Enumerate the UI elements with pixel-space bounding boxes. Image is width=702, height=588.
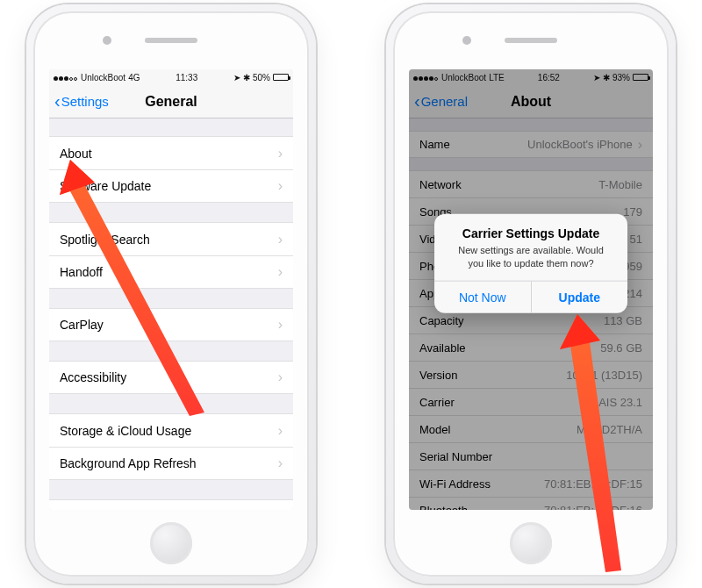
row-restrictions[interactable]: Restrictions On› <box>49 499 293 510</box>
row-serial: Serial Number <box>409 442 653 470</box>
page-title: About <box>511 94 551 110</box>
row-label: Storage & iCloud Usage <box>60 424 191 438</box>
back-button[interactable]: ‹ Settings <box>54 85 109 118</box>
screen-left: UnlockBoot 4G 11:33 ➤ ✱ 50% ‹ Settings G… <box>49 69 293 510</box>
chevron-right-icon: › <box>278 146 283 161</box>
chevron-right-icon: › <box>278 317 283 333</box>
chevron-right-icon: › <box>278 232 283 247</box>
camera-dot <box>462 36 471 45</box>
back-button[interactable]: ‹ General <box>414 85 468 118</box>
status-bar: UnlockBoot LTE 16:52 ➤ ✱ 93% <box>409 69 653 85</box>
back-label: Settings <box>61 94 109 109</box>
chevron-right-icon: › <box>278 264 283 280</box>
row-value: MKUD2TH/A <box>577 423 642 436</box>
row-label: Accessibility <box>60 370 126 384</box>
row-handoff[interactable]: Handoff› <box>49 255 293 289</box>
row-value: 10.2.1 (13D15) <box>566 369 642 382</box>
earpiece-speaker <box>145 38 197 43</box>
row-label: Name <box>419 138 450 151</box>
carrier-update-alert: Carrier Settings Update New settings are… <box>434 214 627 313</box>
row-label: Handoff <box>60 265 103 279</box>
row-value: On <box>257 510 272 511</box>
chevron-right-icon: › <box>278 423 283 439</box>
screen-right: UnlockBoot LTE 16:52 ➤ ✱ 93% ‹ General A… <box>409 69 653 510</box>
bluetooth-icon: ✱ <box>243 73 250 82</box>
back-label: General <box>421 94 468 109</box>
battery-percent-label: 50% <box>253 73 270 82</box>
network-type-label: LTE <box>489 73 505 82</box>
network-type-label: 4G <box>128 73 140 82</box>
clock-label: 16:52 <box>538 73 560 82</box>
carrier-label: UnlockBoot <box>81 73 125 82</box>
chevron-left-icon: ‹ <box>54 92 61 110</box>
row-label: About <box>60 147 92 161</box>
location-icon: ➤ <box>593 73 600 82</box>
chevron-right-icon: › <box>638 137 642 153</box>
row-label: Network <box>419 178 462 191</box>
row-bluetooth-address: Bluetooth70:81:EB:A8:DF:16 <box>409 497 653 510</box>
signal-strength-icon <box>413 73 439 82</box>
earpiece-speaker <box>505 38 557 43</box>
iphone-device-right: UnlockBoot LTE 16:52 ➤ ✱ 93% ‹ General A… <box>386 4 676 584</box>
bluetooth-icon: ✱ <box>603 73 610 82</box>
battery-percent-label: 93% <box>612 73 630 82</box>
signal-strength-icon <box>54 73 78 82</box>
row-label: Version <box>419 369 457 382</box>
row-label: Serial Number <box>419 450 492 463</box>
row-available: Available59.6 GB <box>409 333 653 361</box>
row-label: Software Update <box>60 179 151 193</box>
row-value: T-Mobile <box>598 178 642 191</box>
home-button[interactable] <box>150 522 192 564</box>
row-label: CarPlay <box>60 318 104 332</box>
row-label: Restrictions <box>60 509 124 510</box>
not-now-button[interactable]: Not Now <box>434 281 532 312</box>
nav-bar: ‹ Settings General <box>49 85 293 118</box>
row-name[interactable]: NameUnlockBoot's iPhone› <box>409 131 653 158</box>
battery-icon <box>633 74 648 81</box>
row-background-refresh[interactable]: Background App Refresh› <box>49 447 293 480</box>
row-label: Carrier <box>419 396 455 409</box>
row-carplay[interactable]: CarPlay› <box>49 308 293 341</box>
row-value: 51 <box>630 233 642 246</box>
row-network: NetworkT-Mobile <box>409 170 653 197</box>
chevron-right-icon: › <box>278 369 283 385</box>
battery-icon <box>273 74 289 81</box>
status-bar: UnlockBoot 4G 11:33 ➤ ✱ 50% <box>49 69 293 85</box>
page-title: General <box>145 94 197 110</box>
row-label: Spotlight Search <box>60 233 150 247</box>
update-button[interactable]: Update <box>532 281 628 312</box>
row-value: 70:81:EB:A8:DF:15 <box>544 477 642 491</box>
row-version: Version10.2.1 (13D15) <box>409 361 653 388</box>
alert-title: Carrier Settings Update <box>447 226 615 240</box>
row-value: 70:81:EB:A8:DF:16 <box>544 504 642 510</box>
row-label: Wi-Fi Address <box>419 477 491 491</box>
row-value: 59.6 GB <box>600 341 642 355</box>
row-model: ModelMKUD2TH/A <box>409 415 653 442</box>
nav-bar: ‹ General About <box>409 85 653 118</box>
row-carrier: CarrierAIS 23.1 <box>409 388 653 415</box>
row-spotlight[interactable]: Spotlight Search› <box>49 222 293 255</box>
row-label: Available <box>419 341 466 355</box>
row-value: AIS 23.1 <box>598 396 642 409</box>
row-storage[interactable]: Storage & iCloud Usage› <box>49 413 293 447</box>
row-software-update[interactable]: Software Update› <box>49 169 293 203</box>
row-value: UnlockBoot's iPhone <box>527 138 633 151</box>
row-accessibility[interactable]: Accessibility› <box>49 361 293 394</box>
chevron-right-icon: › <box>278 508 283 510</box>
location-icon: ➤ <box>233 73 240 82</box>
row-value: 179 <box>623 205 642 219</box>
row-label: Model <box>419 423 450 436</box>
row-label: Capacity <box>419 314 464 327</box>
row-label: Background App Refresh <box>60 456 197 470</box>
row-label: Bluetooth <box>419 504 468 510</box>
chevron-right-icon: › <box>278 455 283 471</box>
chevron-left-icon: ‹ <box>414 92 420 110</box>
home-button[interactable] <box>510 522 552 564</box>
chevron-right-icon: › <box>278 178 283 194</box>
carrier-label: UnlockBoot <box>441 73 486 82</box>
camera-dot <box>103 36 111 45</box>
alert-message: New settings are available. Would you li… <box>450 244 612 270</box>
row-about[interactable]: About› <box>49 136 293 169</box>
row-value: 113 GB <box>604 314 642 327</box>
clock-label: 11:33 <box>176 73 197 82</box>
